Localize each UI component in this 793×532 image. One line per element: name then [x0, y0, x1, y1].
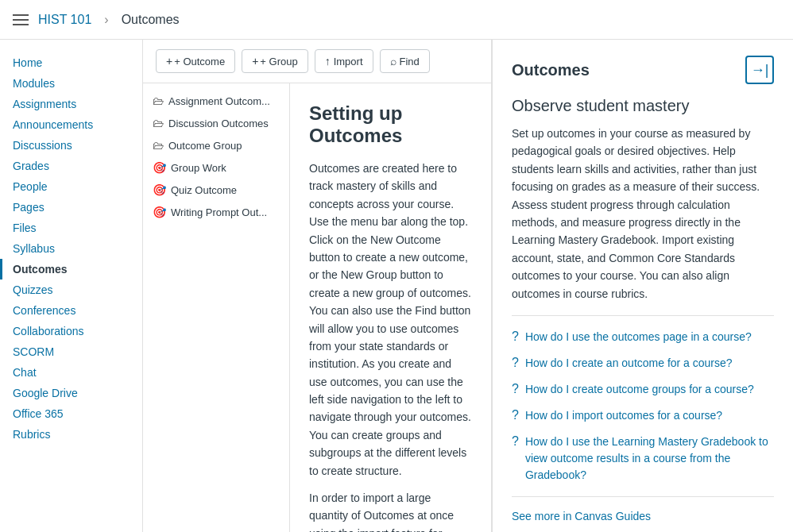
- tree-item-4[interactable]: 🎯 Quiz Outcome: [143, 179, 289, 201]
- sidebar-item-outcomes[interactable]: Outcomes: [0, 259, 142, 279]
- folder-icon-1: 🗁: [153, 117, 164, 129]
- sidebar-item-quizzes[interactable]: Quizzes: [0, 279, 142, 300]
- question-icon-4: ?: [512, 434, 519, 449]
- plus-group-icon: +: [252, 55, 258, 67]
- new-group-button[interactable]: + + Group: [242, 49, 308, 73]
- help-panel-body: Set up outcomes in your course as measur…: [512, 125, 774, 303]
- tree-item-label-4: Quiz Outcome: [171, 184, 237, 196]
- help-link-item-1: ? How do I create an outcome for a cours…: [512, 355, 774, 372]
- help-link-item-3: ? How do I import outcomes for a course?: [512, 407, 774, 424]
- close-help-panel-button[interactable]: →|: [745, 56, 774, 84]
- tree-item-0[interactable]: 🗁 Assignment Outcom...: [143, 90, 289, 112]
- import-button[interactable]: ↑ Import: [315, 49, 373, 73]
- question-icon-0: ?: [512, 330, 519, 344]
- outcomes-para-2: In order to import a large quantity of O…: [309, 489, 472, 532]
- new-outcome-button[interactable]: + + Outcome: [156, 49, 235, 73]
- tree-item-5[interactable]: 🎯 Writing Prompt Out...: [143, 201, 289, 223]
- outcome-icon-4: 🎯: [153, 183, 166, 196]
- find-btn-label: Find: [400, 56, 420, 67]
- sidebar-item-grades[interactable]: Grades: [0, 156, 142, 176]
- help-link-1[interactable]: How do I create an outcome for a course?: [525, 355, 733, 372]
- sidebar: Home Modules Assignments Announcements D…: [0, 40, 143, 532]
- help-link-item-0: ? How do I use the outcomes page in a co…: [512, 329, 774, 345]
- outcomes-tree: 🗁 Assignment Outcom... 🗁 Discussion Outc…: [143, 83, 290, 532]
- outcome-icon-3: 🎯: [153, 161, 166, 174]
- tree-item-1[interactable]: 🗁 Discussion Outcomes: [143, 112, 289, 134]
- help-link-item-4: ? How do I use the Learning Mastery Grad…: [512, 434, 774, 484]
- help-divider-bottom: [512, 496, 774, 497]
- help-link-item-2: ? How do I create outcome groups for a c…: [512, 381, 774, 398]
- outcomes-para-1: Outcomes are created here to track maste…: [309, 160, 472, 480]
- folder-icon-0: 🗁: [153, 94, 164, 107]
- search-icon: ⌕: [390, 55, 396, 67]
- help-link-4[interactable]: How do I use the Learning Mastery Gradeb…: [525, 434, 774, 484]
- question-icon-2: ?: [512, 382, 519, 396]
- sidebar-item-home[interactable]: Home: [0, 52, 142, 73]
- sidebar-item-people[interactable]: People: [0, 176, 142, 197]
- tree-item-label-1: Discussion Outcomes: [168, 118, 269, 129]
- help-panel-title: Outcomes: [512, 61, 590, 79]
- sidebar-item-conferences[interactable]: Conferences: [0, 300, 142, 321]
- breadcrumb-separator: ›: [104, 13, 108, 27]
- sidebar-item-files[interactable]: Files: [0, 218, 142, 238]
- import-btn-label: Import: [334, 56, 363, 67]
- page-title-breadcrumb: Outcomes: [122, 13, 180, 27]
- question-icon-1: ?: [512, 356, 519, 370]
- sidebar-item-chat[interactable]: Chat: [0, 362, 142, 383]
- sidebar-item-pages[interactable]: Pages: [0, 197, 142, 218]
- close-arrow-icon: →|: [751, 62, 769, 79]
- tree-item-label-2: Outcome Group: [168, 140, 242, 152]
- group-btn-label: + Group: [260, 56, 297, 67]
- plus-icon: +: [166, 55, 172, 67]
- outcomes-toolbar: + + Outcome + + Group ↑ Import ⌕ Find: [143, 40, 491, 83]
- sidebar-item-announcements[interactable]: Announcements: [0, 114, 142, 135]
- course-link[interactable]: HIST 101: [38, 13, 91, 27]
- sidebar-item-google-drive[interactable]: Google Drive: [0, 383, 142, 403]
- outcomes-main-heading: Setting up Outcomes: [309, 102, 472, 147]
- help-panel-header: Outcomes →|: [512, 56, 774, 84]
- find-button[interactable]: ⌕ Find: [380, 49, 430, 73]
- help-link-3[interactable]: How do I import outcomes for a course?: [525, 407, 722, 424]
- outcome-icon-5: 🎯: [153, 206, 166, 218]
- sidebar-item-rubrics[interactable]: Rubrics: [0, 424, 142, 445]
- tree-item-label-0: Assignment Outcom...: [168, 95, 270, 107]
- help-link-0[interactable]: How do I use the outcomes page in a cour…: [525, 329, 752, 345]
- tree-item-label-3: Group Work: [171, 162, 226, 174]
- sidebar-item-discussions[interactable]: Discussions: [0, 135, 142, 156]
- question-icon-3: ?: [512, 408, 519, 422]
- help-divider-top: [512, 315, 774, 316]
- tree-item-label-5: Writing Prompt Out...: [171, 206, 267, 218]
- topbar: HIST 101 › Outcomes: [0, 0, 793, 40]
- outcomes-panels: 🗁 Assignment Outcom... 🗁 Discussion Outc…: [143, 83, 491, 532]
- content-area: + + Outcome + + Group ↑ Import ⌕ Find 🗁: [143, 40, 491, 532]
- tree-item-3[interactable]: 🎯 Group Work: [143, 156, 289, 179]
- outcome-btn-label: + Outcome: [174, 56, 225, 67]
- see-more-link[interactable]: See more in Canvas Guides: [512, 510, 774, 522]
- import-icon: ↑: [325, 55, 331, 67]
- hamburger-menu[interactable]: [13, 14, 29, 25]
- outcomes-main-content: Setting up Outcomes Outcomes are created…: [290, 83, 491, 532]
- sidebar-item-assignments[interactable]: Assignments: [0, 94, 142, 114]
- help-panel: Outcomes →| Observe student mastery Set …: [491, 40, 793, 532]
- help-link-2[interactable]: How do I create outcome groups for a cou…: [525, 381, 754, 398]
- tree-item-2[interactable]: 🗁 Outcome Group: [143, 134, 289, 156]
- sidebar-item-syllabus[interactable]: Syllabus: [0, 238, 142, 259]
- sidebar-item-modules[interactable]: Modules: [0, 73, 142, 94]
- sidebar-item-scorm[interactable]: SCORM: [0, 341, 142, 362]
- help-panel-subtitle: Observe student mastery: [512, 97, 774, 115]
- sidebar-item-office365[interactable]: Office 365: [0, 403, 142, 424]
- folder-icon-2: 🗁: [153, 139, 164, 152]
- help-links-list: ? How do I use the outcomes page in a co…: [512, 329, 774, 484]
- sidebar-item-collaborations[interactable]: Collaborations: [0, 321, 142, 341]
